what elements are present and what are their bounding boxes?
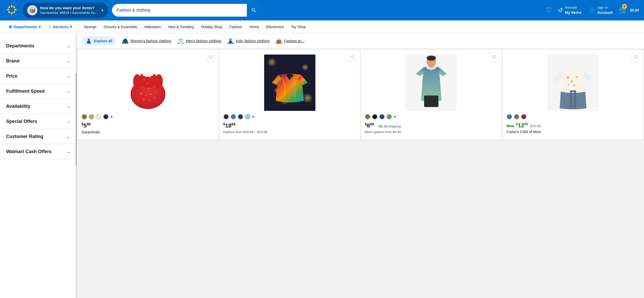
svg-text:★: ★ [150,93,152,95]
swatch[interactable] [372,114,378,120]
reorder-text: Reorder My Items [565,5,581,15]
sidebar-walmart-cash-toggle[interactable]: Walmart Cash Offers ⌄ [6,149,71,154]
swatch[interactable] [103,114,109,120]
delivery-icon: 📦 [27,5,37,15]
sidebar-availability-title: Availability [6,104,30,109]
category-womens-icon: 🧥 [122,38,128,44]
sidebar-special-offers-toggle[interactable]: Special Offers ⌄ [6,119,71,124]
sidebar-fulfillment-chevron: ⌄ [67,88,71,94]
delivery-selector[interactable]: 📦 How do you want your items? Sacramento… [23,3,108,18]
product-2-swatches: + [223,114,356,120]
swatch[interactable] [379,114,385,120]
services-chevron-icon: ▾ [70,25,72,29]
scrollbar-track [76,33,77,298]
sidebar-section-special-offers: Special Offers ⌄ [0,114,77,129]
sidebar-section-walmart-cash: Walmart Cash Offers ⌄ [0,144,77,159]
walmart-logo[interactable] [5,3,18,17]
svg-text:✦: ✦ [145,94,147,97]
product-4-current-price: $1200 [516,122,528,129]
nav-savings[interactable]: Savings [80,20,100,33]
signin-button[interactable]: 👤 Sign In Account [588,5,613,15]
category-womens[interactable]: 🧥 Women's fashion clothing [122,38,171,44]
search-icon [251,7,257,13]
scrollbar-thumb[interactable] [76,73,77,166]
swatch[interactable] [386,114,392,120]
nav-departments[interactable]: ⊞ Departments ▾ [5,20,44,33]
category-mens[interactable]: 👕 Men's fashion clothing [177,38,221,44]
swatch[interactable] [223,114,229,120]
sidebar-brand-toggle[interactable]: Brand ⌄ [6,58,71,64]
reorder-button[interactable]: ↺ Reorder My Items [558,5,581,15]
svg-point-43 [571,81,572,82]
delivery-text: How do you want your items? Sacramento, … [40,5,98,15]
category-fashion-acc[interactable]: 👜 Fashion ac... [276,38,305,44]
sidebar-availability-chevron: ⌄ [67,103,71,109]
nav-toyshop[interactable]: Toy Shop [287,20,309,33]
search-button[interactable] [247,4,261,17]
swatch[interactable] [96,114,102,120]
svg-text:★: ★ [143,78,145,81]
swatch-more[interactable]: + [110,114,113,120]
swatch[interactable] [521,114,527,120]
category-explore-label: Explore all [94,39,112,43]
category-bar: 👗 Explore all 🧥 Women's fashion clothing… [77,33,644,49]
product-card-2[interactable]: ♡ [219,49,360,140]
product-2-wishlist-button[interactable]: ♡ [348,53,357,62]
svg-text:★: ★ [148,87,150,90]
swatch[interactable] [230,114,236,120]
signin-text: Sign In Account [597,5,613,15]
sidebar-customer-rating-toggle[interactable]: Customer Rating ⌄ [6,134,71,139]
product-4-wishlist-button[interactable]: ♡ [631,53,640,62]
swatch[interactable] [365,114,370,120]
swatch[interactable] [514,114,519,120]
svg-point-47 [574,85,575,86]
svg-point-1 [11,5,13,8]
sidebar-brand-title: Brand [6,58,19,64]
nav-halloween[interactable]: Halloween [141,20,165,33]
sidebar: Departments ⌄ Brand ⌄ Price ⌄ Fulfillmen… [0,33,77,298]
cart-button[interactable]: 🛒 0 $0.00 [619,6,639,14]
search-input[interactable] [112,8,247,13]
nav-holiday[interactable]: Holiday Shop [197,20,226,33]
nav-electronics[interactable]: Electronics [263,20,287,33]
swatch[interactable] [238,114,243,120]
product-card-4[interactable]: ♡ [502,49,644,140]
category-kids[interactable]: 👗 Kids' fashion clothing [227,38,269,44]
svg-text:✦: ✦ [153,86,155,88]
nav-trending[interactable]: New & Trending [165,20,197,33]
sidebar-section-departments: Departments ⌄ [0,38,77,54]
swatch-more[interactable]: + [394,114,396,120]
product-1-swatches: + [82,114,215,120]
swatch[interactable] [245,114,250,120]
sidebar-customer-rating-title: Customer Rating [6,134,43,139]
product-1-price: $598 [82,122,215,129]
product-3-more-options: More options from $6.99 [365,130,498,134]
sidebar-section-customer-rating: Customer Rating ⌄ [0,129,77,144]
sidebar-availability-toggle[interactable]: Availability ⌄ [6,103,71,109]
wishlist-button[interactable]: ♡ [546,6,552,14]
product-card-3[interactable]: ♡ [361,49,502,140]
sidebar-price-chevron: ⌄ [67,73,71,79]
svg-text:★: ★ [143,98,145,101]
product-2-price: $1869 [223,122,356,129]
sidebar-fulfillment-toggle[interactable]: Fulfillment Speed ⌄ [6,88,71,94]
sidebar-departments-toggle[interactable]: Departments ⌄ [6,43,71,49]
swatch[interactable] [89,114,94,120]
product-1-wishlist-button[interactable]: ♡ [206,53,215,62]
category-womens-label: Women's fashion clothing [130,39,171,43]
svg-point-3 [7,9,10,10]
sidebar-section-price: Price ⌄ [0,69,77,84]
swatch[interactable] [82,114,87,120]
sidebar-section-fulfillment: Fulfillment Speed ⌄ [0,84,77,99]
product-3-wishlist-button[interactable]: ♡ [490,53,498,62]
sidebar-price-toggle[interactable]: Price ⌄ [6,73,71,79]
swatch-more[interactable]: + [252,114,255,120]
nav-services[interactable]: ⁘ Services ▾ [44,20,76,33]
category-explore-all[interactable]: 👗 Explore all [82,36,116,46]
svg-rect-49 [570,90,572,108]
nav-home[interactable]: Home [246,20,263,33]
nav-grocery[interactable]: Grocery & Essentials [100,20,141,33]
nav-fashion[interactable]: Fashion [226,20,246,33]
swatch[interactable] [507,114,512,120]
product-card-1[interactable]: ♡ [77,49,219,140]
